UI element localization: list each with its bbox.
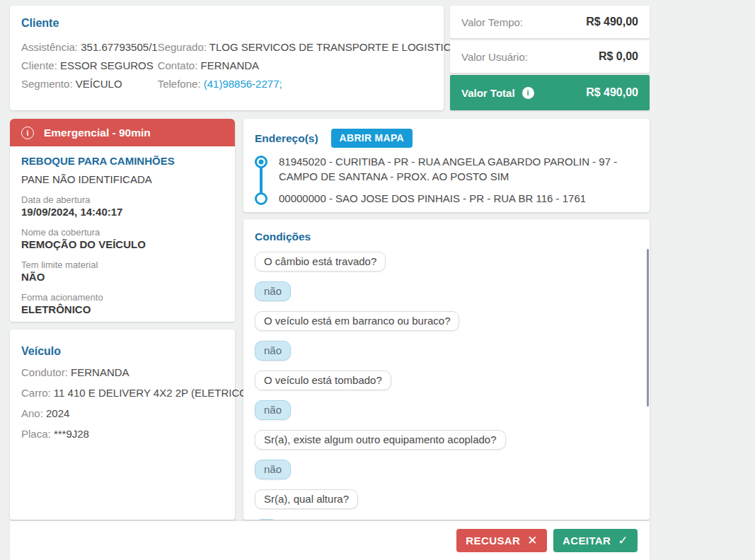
total-amount: R$ 490,00 [586, 86, 638, 99]
driver-field: Condutor: FERNANDA [21, 367, 224, 378]
chat-question: O veículo está tombado? [255, 371, 391, 390]
emergency-banner-label: Emergencial - 90min [44, 127, 151, 139]
origin-address-row: 81945020 - CURITIBA - PR - RUA ANGELA GA… [255, 154, 638, 184]
info-icon[interactable]: i [522, 87, 534, 99]
client-card-title: Cliente [21, 17, 432, 30]
field-label: Data de abertura [21, 194, 224, 205]
field-value: ESSOR SEGUROS [60, 59, 154, 71]
field-value: ***9J28 [54, 428, 89, 440]
field-value: FERNANDA [201, 59, 260, 71]
client-fields: Assistência: 351.67793505/1 Cliente: ESS… [21, 38, 432, 93]
year-field: Ano: 2024 [21, 408, 224, 419]
field-value: VEÍCULO [76, 78, 122, 90]
conditions-scrollbar[interactable] [647, 249, 649, 407]
chat-question: Sr(a), qual altura? [255, 489, 358, 509]
destination-marker-icon [255, 192, 267, 205]
reject-button[interactable]: RECUSAR ✕ [456, 529, 547, 552]
accept-button-label: ACEITAR [563, 535, 611, 547]
field-label: Segmento: [21, 78, 73, 90]
field-label: Cliente: [21, 59, 57, 71]
service-name: REBOQUE PARA CAMINHÕES [21, 155, 224, 167]
chat-answer: não [255, 281, 291, 301]
field-value: 2024 [46, 407, 69, 419]
destination-address-row: 00000000 - SAO JOSE DOS PINHAIS - PR - R… [255, 191, 638, 206]
addresses-title: Endereço(s) [255, 132, 318, 145]
chat-question: O veículo está em barranco ou buraco? [255, 311, 459, 331]
field-value: 11 410 E DELIVERY 4X2 2P (ELETRICO) [54, 387, 251, 399]
field-label: Carro: [21, 387, 51, 399]
value-amount: R$ 490,00 [586, 16, 638, 28]
origin-address-text: 81945020 - CURITIBA - PR - RUA ANGELA GA… [279, 154, 638, 184]
value-time-row: Valor Tempo: R$ 490,00 [450, 6, 650, 38]
field-value: ELETRÔNICO [21, 303, 224, 315]
field-value: REMOÇÃO DO VEÍCULO [21, 238, 224, 250]
field-label: Assistência: [21, 41, 78, 53]
value-label: Valor Tempo: [461, 16, 523, 28]
emergency-banner: i Emergencial - 90min [10, 119, 235, 146]
service-card: REBOQUE PARA CAMINHÕES PANE NÃO IDENTIFI… [10, 146, 235, 322]
chat-answer: não [255, 400, 291, 420]
service-problem: PANE NÃO IDENTIFICADA [21, 173, 224, 185]
field-label: Segurado: [158, 41, 207, 53]
car-field: Carro: 11 410 E DELIVERY 4X2 2P (ELETRIC… [21, 387, 224, 399]
accept-button[interactable]: ACEITAR ✓ [553, 529, 638, 552]
field-label: Placa: [21, 428, 51, 440]
field-label: Nome da cobertura [21, 227, 224, 238]
value-label: Valor Usuário: [461, 51, 528, 63]
insured-field: Segurado: TLOG SERVICOS DE TRANSPORTE E … [158, 38, 459, 57]
field-value: 19/09/2024, 14:40:17 [21, 206, 224, 218]
assistance-field: Assistência: 351.67793505/1 [21, 38, 158, 57]
client-field: Cliente: ESSOR SEGUROS [21, 57, 158, 75]
chat-question: Sr(a), existe algum outro equipamento ac… [255, 430, 506, 450]
phone-link[interactable]: (41)98856-2277; [204, 78, 282, 90]
chat-answer: não [255, 460, 291, 479]
close-icon: ✕ [527, 533, 538, 548]
destination-address-text: 00000000 - SAO JOSE DOS PINHAIS - PR - R… [279, 191, 586, 206]
info-icon: i [21, 127, 34, 139]
chat-answer: não [255, 341, 291, 361]
plate-field: Placa: ***9J28 [21, 428, 224, 440]
values-panel: Valor Tempo: R$ 490,00 Valor Usuário: R$… [450, 6, 650, 110]
addresses-timeline: 81945020 - CURITIBA - PR - RUA ANGELA GA… [255, 154, 638, 206]
field-label: Forma acionamento [21, 292, 224, 303]
field-label: Ano: [21, 407, 43, 419]
field-value: NÃO [21, 271, 224, 283]
chat-question: O câmbio está travado? [255, 252, 386, 272]
field-value: FERNANDA [71, 366, 129, 378]
addresses-card: Endereço(s) ABRIR MAPA 81945020 - CURITI… [243, 119, 650, 212]
chat-answer [255, 519, 278, 520]
field-label: Condutor: [21, 366, 68, 378]
total-label: Valor Total [461, 87, 515, 99]
field-label: Contato: [158, 59, 198, 71]
origin-marker-icon [255, 156, 267, 168]
reject-button-label: RECUSAR [466, 535, 520, 547]
check-icon: ✓ [618, 533, 628, 548]
conditions-card: Condições O câmbio está travado? não O v… [243, 219, 650, 520]
client-card: Cliente Assistência: 351.67793505/1 Clie… [10, 6, 444, 110]
open-map-button[interactable]: ABRIR MAPA [331, 129, 413, 148]
vehicle-card-title: Veículo [21, 345, 224, 358]
field-value: 351.67793505/1 [81, 41, 157, 53]
conditions-title: Condições [255, 231, 638, 243]
field-value: TLOG SERVICOS DE TRANSPORTE E LOGISTICA [209, 41, 459, 53]
contact-field: Contato: FERNANDA [158, 57, 459, 75]
field-label: Telefone: [158, 78, 201, 90]
field-label: Tem limite material [21, 259, 224, 270]
footer-action-bar: RECUSAR ✕ ACEITAR ✓ [10, 521, 650, 560]
value-amount: R$ 0,00 [599, 50, 638, 63]
segment-field: Segmento: VEÍCULO [21, 75, 158, 93]
value-total-row: Valor Total i R$ 490,00 [450, 75, 650, 110]
value-user-row: Valor Usuário: R$ 0,00 [450, 40, 650, 73]
phone-field: Telefone: (41)98856-2277; [158, 75, 459, 93]
vehicle-card: Veículo Condutor: FERNANDA Carro: 11 410… [10, 329, 235, 520]
